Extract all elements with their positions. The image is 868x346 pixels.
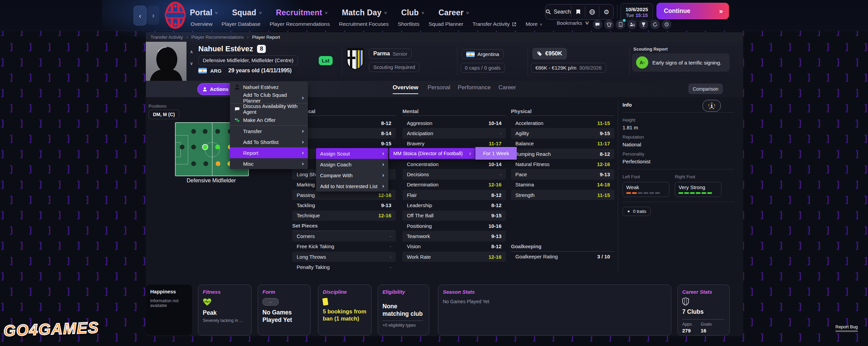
nav-portal[interactable]: Portal∨ [190, 8, 218, 17]
attribute-row-leadership[interactable]: Leadership8-12 [402, 200, 506, 210]
attribute-row-decisions[interactable]: Decisions- [402, 169, 506, 179]
attribute-row-stamina[interactable]: Stamina14-18 [511, 180, 614, 190]
squad-button[interactable] [604, 20, 614, 29]
eligibility-card[interactable]: Eligibility None matching club +0 eligib… [378, 285, 429, 335]
submenu-item-assign-scout[interactable]: Assign Scout› [316, 148, 388, 159]
menu-item-misc[interactable]: Misc› [230, 158, 308, 169]
nav-squad[interactable]: Squad∨ [232, 8, 261, 17]
menu-item-add-to-shortlist[interactable]: Add To Shortlist› [230, 136, 308, 147]
attribute-row-strength[interactable]: Strength11-15 [511, 190, 614, 200]
submenu-item-add-to-not-interested-list[interactable]: Add to Not Interested List› [316, 181, 388, 192]
attribute-row-work-rate[interactable]: Work Rate12-16 [402, 252, 506, 262]
subnav-player-database[interactable]: Player Database [222, 21, 261, 27]
form-card[interactable]: Form - No Games Played Yet [258, 285, 311, 335]
subnav-recruitment-focuses[interactable]: Recruitment Focuses [339, 21, 389, 27]
season-stats-card[interactable]: Season Stats No Games Played Yet [438, 285, 671, 335]
bookmarks-dropdown[interactable]: Bookmarks ∨ [557, 20, 589, 26]
menu-item-discuss-availability-with-agent[interactable]: Discuss Availability With Agent [230, 104, 308, 114]
attribute-row-acceleration[interactable]: Acceleration11-15 [511, 118, 614, 128]
back-button[interactable]: ‹ [134, 6, 146, 25]
attribute-row-concentration[interactable]: Concentration10-14 [402, 159, 506, 169]
player-prev-button[interactable]: ∧ [190, 49, 193, 54]
attribute-row-natural-fitness[interactable]: Natural Fitness12-16 [511, 159, 614, 169]
attribute-row-technique[interactable]: Technique12-16 [292, 211, 396, 221]
attribute-row-goalkeeper-rating[interactable]: Goalkeeper Rating3 / 10 [511, 252, 614, 262]
settings-button[interactable]: ⚙ [599, 4, 613, 19]
scouting-report-box[interactable]: A- Early signs of a terrific signing. [632, 53, 730, 72]
subnav-label: More [526, 21, 537, 27]
submenu-item-compare-with[interactable]: Compare With› [316, 170, 388, 181]
nation-pill[interactable]: Argentina [462, 49, 504, 59]
competitions-button[interactable] [639, 20, 648, 29]
player-next-button[interactable]: ∨ [190, 61, 193, 66]
subnav-transfer-activity[interactable]: Transfer Activity [472, 21, 516, 27]
subnav-squad-planner[interactable]: Squad Planner [429, 21, 463, 27]
inbox-button[interactable] [593, 20, 602, 29]
attribute-row-vision[interactable]: Vision8-12 [402, 241, 506, 252]
attribute-row-tackling[interactable]: Tackling9-13 [292, 200, 396, 210]
club-pill[interactable]: Parma Senior [369, 49, 412, 59]
menu-item-add-to-club-squad-planner[interactable]: Add To Club Squad Planner› [230, 92, 308, 103]
attribute-row-pace[interactable]: Pace9-13 [511, 169, 614, 179]
season-stats-title: Season Stats [443, 289, 667, 295]
nav-match-day[interactable]: Match Day∨ [342, 8, 387, 17]
reports-button[interactable] [616, 20, 625, 29]
subnav-player-recommendations[interactable]: Player Recommendations [270, 21, 330, 27]
nav-club[interactable]: Club∨ [401, 8, 424, 17]
attribute-row-teamwork[interactable]: Teamwork9-13 [402, 231, 506, 241]
comparison-button[interactable]: Comparison [688, 84, 723, 94]
sync-button[interactable] [650, 20, 660, 29]
attribute-row-jumping-reach[interactable]: Jumping Reach8-12 [511, 149, 614, 159]
attribute-row-corners[interactable]: Corners- [292, 231, 396, 241]
scouting-button[interactable] [627, 20, 637, 29]
subnav-more[interactable]: More∨ [526, 21, 542, 27]
chevron-right-icon: › [382, 150, 384, 157]
tab-overview[interactable]: Overview [393, 84, 418, 91]
world-button[interactable] [585, 4, 599, 19]
scout-duration-option[interactable]: For 1 Week [475, 147, 517, 160]
attribute-row-anticipation[interactable]: Anticipation- [402, 128, 506, 138]
discipline-card[interactable]: Discipline 5 bookings from ban (1 match) [318, 285, 372, 335]
subnav-label: Player Database [222, 21, 261, 27]
attribute-row-positioning[interactable]: Positioning10-16 [402, 221, 506, 231]
assign-scout-option[interactable]: MM Stoica (Director of Football) › [389, 148, 475, 159]
external-link-icon [512, 22, 516, 26]
club-crest-icon[interactable] [165, 1, 186, 29]
bookmark-button[interactable] [571, 4, 585, 19]
caps-goals: 0 caps / 0 goals [465, 65, 500, 71]
nav-recruitment[interactable]: Recruitment∨ [276, 8, 328, 17]
menu-item-report[interactable]: Report› [230, 147, 308, 158]
traits-button[interactable]: ✦ 0 traits [623, 207, 651, 216]
subnav-overview[interactable]: Overview [191, 21, 213, 27]
fitness-card[interactable]: Fitness Peak Severely lacking in ... [198, 285, 252, 335]
attribute-row-aggression[interactable]: Aggression10-14 [402, 118, 506, 128]
report-bug-link[interactable]: Report Bug [835, 324, 858, 332]
subnav-shortlists[interactable]: Shortlists [398, 21, 419, 27]
tab-personal[interactable]: Personal [428, 84, 450, 91]
game-date[interactable]: 10/6/2025 Tue15:15 [620, 3, 653, 21]
nav-career[interactable]: Career∨ [438, 8, 469, 17]
happiness-card[interactable]: Happiness Information not available [146, 285, 192, 335]
attribute-row-agility[interactable]: Agility9-15 [511, 128, 614, 138]
attribute-row-free-kick-taking[interactable]: Free Kick Taking- [292, 241, 396, 252]
tag-icon [537, 51, 542, 56]
menu-item-make-an-offer[interactable]: Make An Offer [230, 114, 308, 125]
attribute-row-determination[interactable]: Determination12-16 [402, 180, 506, 190]
double-chevron-icon: » [719, 7, 723, 15]
attribute-row-long-throws[interactable]: Long Throws- [292, 252, 396, 262]
radar-view-button[interactable] [703, 100, 721, 112]
continue-button[interactable]: Continue » [656, 3, 729, 19]
attribute-row-penalty-taking[interactable]: Penalty Taking- [292, 262, 396, 272]
tab-performance[interactable]: Performance [458, 84, 491, 91]
attribute-row-off-the-ball[interactable]: Off The Ball9-15 [402, 211, 506, 221]
career-stats-card[interactable]: Career Stats 7 Clubs Apps 279 Goals 16 [677, 285, 730, 335]
menu-item-transfer[interactable]: Transfer› [230, 126, 308, 136]
attribute-row-flair[interactable]: Flair8-12 [402, 190, 506, 200]
tab-career[interactable]: Career [498, 84, 516, 91]
attribute-row-balance[interactable]: Balance11-17 [511, 139, 614, 149]
parma-crest-icon[interactable] [347, 47, 364, 71]
submenu-item-assign-coach[interactable]: Assign Coach› [316, 159, 388, 170]
forward-button[interactable]: › [147, 6, 159, 25]
history-sync-button[interactable] [662, 20, 671, 29]
search-button[interactable]: Search [546, 4, 571, 19]
